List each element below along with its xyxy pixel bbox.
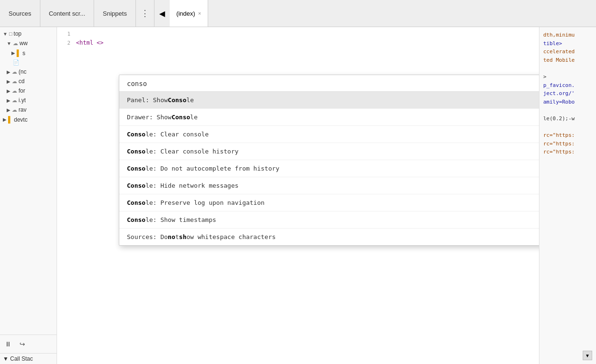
right-panel-code: dth,minimu tible> ccelerated ted Mobile … <box>539 27 596 160</box>
tree-item-for[interactable]: ▶ ☁ for <box>0 86 57 96</box>
file-tab-index[interactable]: (index) × <box>170 0 208 27</box>
tree-item-ww[interactable]: ▼ ☁ ww <box>0 38 57 48</box>
tab-sources-label: Sources <box>9 10 31 17</box>
tab-snippets[interactable]: Snippets <box>94 0 136 27</box>
cloud-icon: ☁ <box>12 97 17 104</box>
tree-item-rav[interactable]: ▶ ☁ rav <box>0 105 57 115</box>
file-tree: ▼ □ top ▼ ☁ ww ▶ ▌ s 📄 ▶ ☁ <box>0 27 57 335</box>
folder-icon: ▌ <box>8 116 12 123</box>
arrow-icon: ▶ <box>7 88 10 94</box>
autocomplete-item-console-no-autocomplete[interactable]: Console: Do not autocomplete from histor… <box>119 160 539 177</box>
autocomplete-query: conso <box>127 80 147 87</box>
tree-label: (nc <box>19 68 27 75</box>
tree-label: ww <box>19 40 28 47</box>
tree-item-s[interactable]: ▶ ▌ s <box>0 48 57 58</box>
code-line-2: 2 <html <> <box>57 39 539 48</box>
cloud-icon: ☁ <box>12 78 17 85</box>
line-content: <html <> <box>76 39 104 46</box>
right-line-5 <box>543 64 592 73</box>
code-line-1: 1 <box>57 31 539 39</box>
autocomplete-input: conso <box>119 75 539 92</box>
right-line-3: ccelerated <box>543 48 592 56</box>
tree-item-nc[interactable]: ▶ ☁ (nc <box>0 67 57 77</box>
right-line-9: amily=Robo <box>543 98 592 106</box>
tab-sources[interactable]: Sources <box>0 0 40 27</box>
cloud-icon: ☁ <box>12 107 17 113</box>
arrow-icon: ▼ <box>3 31 8 37</box>
right-line-14: rc="https: <box>543 140 592 148</box>
file-tab-label: (index) <box>176 10 195 17</box>
tree-label: rav <box>19 106 27 113</box>
arrow-icon: ▶ <box>7 107 10 113</box>
right-line-4: ted Mobile <box>543 56 592 65</box>
right-line-10 <box>543 106 592 115</box>
autocomplete-item-console-hide-network[interactable]: Console: Hide network messages <box>119 177 539 194</box>
autocomplete-item-drawer-show-console[interactable]: Drawer: Show Console <box>119 109 539 126</box>
line-number: 1 <box>57 31 76 37</box>
tree-item-top[interactable]: ▼ □ top <box>0 29 57 38</box>
autocomplete-item-console-clear-history[interactable]: Console: Clear console history <box>119 143 539 160</box>
scroll-down-button[interactable]: ▼ <box>583 351 592 360</box>
collapse-panel-button[interactable]: ◀ <box>154 9 170 18</box>
tree-label: i.yt <box>19 97 26 104</box>
line-number: 2 <box>57 40 76 46</box>
right-line-13: rc="https: <box>543 131 592 140</box>
more-icon: ⋮ <box>141 8 149 19</box>
cloud-icon: ☁ <box>12 69 17 75</box>
pause-button[interactable]: ⏸ <box>3 339 13 349</box>
file-icon: 📄 <box>13 59 19 66</box>
close-tab-button[interactable]: × <box>198 10 201 16</box>
more-tabs-button[interactable]: ⋮ <box>136 8 154 19</box>
right-line-11: le(0.2);-w <box>543 115 592 123</box>
sidebar: ▼ □ top ▼ ☁ ww ▶ ▌ s 📄 ▶ ☁ <box>0 27 57 364</box>
arrow-icon: ▶ <box>7 79 10 84</box>
arrow-icon: ▶ <box>7 98 10 103</box>
call-stack-section[interactable]: ▼ Call Stac <box>0 353 57 364</box>
right-line-2: tible> <box>543 39 592 48</box>
autocomplete-dropdown[interactable]: conso Panel: Show Console Drawer: Show C… <box>119 75 539 246</box>
main-layout: ▼ □ top ▼ ☁ ww ▶ ▌ s 📄 ▶ ☁ <box>0 27 596 364</box>
step-button[interactable]: ↪ <box>17 339 28 349</box>
folder-icon: □ <box>9 31 12 37</box>
right-line-15: rc="https: <box>543 148 592 156</box>
cloud-icon: ☁ <box>12 88 17 94</box>
right-panel: dth,minimu tible> ccelerated ted Mobile … <box>539 27 596 364</box>
cloud-icon: ☁ <box>13 40 18 47</box>
call-stack-label: ▼ Call Stac <box>3 355 33 362</box>
tree-label: top <box>14 30 22 37</box>
autocomplete-item-sources-whitespace[interactable]: Sources: Do not show whitespace characte… <box>119 229 539 245</box>
autocomplete-item-console-preserve-log[interactable]: Console: Preserve log upon navigation <box>119 194 539 211</box>
arrow-icon: ▶ <box>3 117 7 122</box>
tree-label: devtc <box>14 116 28 123</box>
tab-snippets-label: Snippets <box>103 10 127 17</box>
autocomplete-item-panel-show-console[interactable]: Panel: Show Console <box>119 92 539 109</box>
tab-content-scripts-label: Content scr... <box>49 10 86 17</box>
right-line-7: p_favicon. <box>543 81 592 90</box>
autocomplete-item-console-clear[interactable]: Console: Clear console Ctrl L <box>119 126 539 143</box>
tree-item-file[interactable]: 📄 <box>0 58 57 67</box>
right-line-8: ject.org/' <box>543 89 592 98</box>
tree-label: for <box>19 87 25 94</box>
tree-item-iyt[interactable]: ▶ ☁ i.yt <box>0 96 57 105</box>
autocomplete-item-console-show-timestamps[interactable]: Console: Show timestamps <box>119 211 539 229</box>
code-lines: 1 2 <html <> <box>57 27 539 52</box>
tree-label: s <box>22 50 25 57</box>
right-line-6: > <box>543 73 592 81</box>
tree-item-devtc[interactable]: ▶ ▌ devtc <box>0 115 57 125</box>
tab-bar: Sources Content scr... Snippets ⋮ ◀ (ind… <box>0 0 596 27</box>
arrow-icon: ▼ <box>7 41 11 46</box>
tab-content-scripts[interactable]: Content scr... <box>40 0 95 27</box>
arrow-icon: ▶ <box>7 69 10 75</box>
folder-icon: ▌ <box>17 49 21 57</box>
tree-item-cd[interactable]: ▶ ☁ cd <box>0 77 57 86</box>
right-line-12 <box>543 123 592 132</box>
arrow-icon: ▶ <box>11 50 15 56</box>
sidebar-debug-controls: ⏸ ↪ <box>0 335 57 353</box>
right-line-1: dth,minimu <box>543 31 592 39</box>
tree-label: cd <box>19 78 25 85</box>
code-editor[interactable]: 1 2 <html <> conso Panel: Show Console D… <box>57 27 539 364</box>
collapse-icon: ◀ <box>159 9 165 18</box>
